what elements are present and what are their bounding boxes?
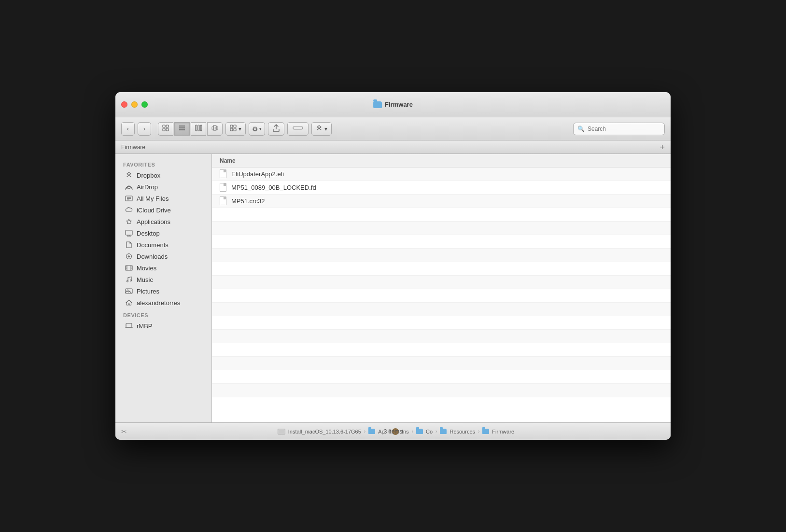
sidebar-item-dropbox[interactable]: Dropbox: [117, 169, 210, 181]
coverflow-view-button[interactable]: [207, 122, 223, 136]
list-view-button[interactable]: [174, 122, 190, 136]
svg-rect-3: [166, 128, 168, 131]
empty-row: [212, 357, 671, 370]
status-text: 3 items: [384, 428, 403, 435]
sidebar-item-label: All My Files: [137, 195, 168, 202]
devices-label: Devices: [115, 308, 211, 320]
svg-rect-8: [198, 125, 199, 131]
name-column-header: Name: [220, 157, 236, 164]
file-icon: [220, 183, 227, 193]
minimize-button[interactable]: [131, 101, 138, 108]
arrange-button[interactable]: ▾: [225, 122, 246, 136]
svg-rect-1: [166, 125, 168, 127]
file-list: Name EfiUpdaterApp2.efi MP51_0089_00B_LO…: [212, 154, 671, 422]
sidebar-item-airdrop[interactable]: AirDrop: [117, 181, 210, 193]
sidebar-item-label: Movies: [137, 265, 156, 272]
laptop-icon: [125, 322, 133, 330]
path-bar: Firmware +: [115, 140, 671, 154]
maximize-button[interactable]: [141, 101, 148, 108]
sidebar-item-label: Documents: [137, 241, 168, 249]
empty-row: [212, 249, 671, 262]
sidebar-item-music[interactable]: Music: [117, 274, 210, 285]
applications-icon: [125, 218, 133, 225]
breadcrumb-item[interactable]: Ins: [402, 429, 409, 434]
scissors-icon: ✂: [121, 428, 127, 435]
file-name: MP51.crc32: [231, 197, 265, 205]
file-icon: [220, 169, 227, 179]
search-bar[interactable]: 🔍: [573, 123, 665, 135]
forward-button[interactable]: ›: [138, 122, 151, 136]
tag-button[interactable]: [287, 122, 309, 136]
folder-icon: [368, 429, 375, 434]
window-title-area: Firmware: [373, 101, 413, 108]
add-folder-button[interactable]: +: [660, 143, 665, 152]
icon-view-icon: [162, 125, 169, 133]
sidebar-item-downloads[interactable]: Downloads: [117, 251, 210, 262]
breadcrumb-item[interactable]: Firmware: [492, 429, 514, 434]
empty-row: [212, 289, 671, 303]
back-button[interactable]: ‹: [121, 122, 135, 136]
breadcrumb-item[interactable]: Install_macOS_10.13.6-17G65: [288, 429, 361, 434]
sidebar-item-rmbp[interactable]: rMBP: [117, 320, 210, 332]
sidebar-item-all-my-files[interactable]: All My Files: [117, 193, 210, 204]
file-name: EfiUpdaterApp2.efi: [231, 170, 284, 178]
title-bar: Firmware: [115, 92, 671, 117]
dropbox-chevron: ▾: [324, 126, 327, 132]
svg-rect-15: [230, 128, 233, 131]
sidebar-item-label: iCloud Drive: [137, 207, 171, 214]
empty-row: [212, 235, 671, 249]
traffic-lights: [121, 101, 148, 108]
view-buttons: [158, 122, 223, 136]
action-chevron: ▾: [259, 126, 262, 131]
file-row[interactable]: MP51_0089_00B_LOCKED.fd: [212, 181, 671, 195]
file-icon: [220, 196, 227, 206]
breadcrumb-item[interactable]: Resources: [449, 429, 475, 434]
column-view-icon: [195, 125, 202, 133]
sidebar-item-icloud[interactable]: iCloud Drive: [117, 204, 210, 216]
sidebar-item-documents[interactable]: Documents: [117, 239, 210, 251]
toolbar: ‹ ›: [115, 117, 671, 140]
sidebar-item-movies[interactable]: Movies: [117, 262, 210, 274]
close-button[interactable]: [121, 101, 127, 108]
file-row[interactable]: MP51.crc32: [212, 195, 671, 208]
allfiles-icon: [125, 195, 133, 202]
action-button[interactable]: ⚙ ▾: [249, 122, 265, 136]
dropbox-icon: [125, 171, 133, 179]
svg-rect-28: [126, 266, 132, 270]
sidebar-item-desktop[interactable]: Desktop: [117, 227, 210, 239]
icon-view-button[interactable]: [158, 122, 173, 136]
svg-rect-13: [230, 125, 233, 127]
music-icon: [125, 276, 133, 283]
icloud-icon: [125, 206, 133, 214]
desktop-icon: [125, 229, 133, 237]
finder-window: Firmware ‹ ›: [115, 92, 671, 440]
tag-icon: [293, 125, 303, 133]
share-button[interactable]: [268, 122, 284, 136]
empty-row: [212, 303, 671, 316]
folder-icon: [440, 429, 447, 434]
dropbox-button[interactable]: ▾: [311, 122, 332, 136]
svg-rect-2: [163, 128, 165, 131]
svg-rect-23: [126, 230, 132, 235]
main-content: Favorites Dropbox AirDrop: [115, 154, 671, 422]
gear-icon: ⚙: [252, 125, 258, 133]
column-view-button[interactable]: [191, 122, 206, 136]
sidebar-item-home[interactable]: alexandretorres: [117, 297, 210, 308]
file-row[interactable]: EfiUpdaterApp2.efi: [212, 168, 671, 181]
breadcrumb-item[interactable]: Co: [426, 429, 433, 434]
documents-icon: [125, 241, 133, 249]
sidebar-item-label: Downloads: [137, 253, 168, 260]
sidebar-item-pictures[interactable]: Pictures: [117, 285, 210, 297]
separator: ›: [435, 429, 437, 434]
empty-row: [212, 343, 671, 357]
sidebar-item-applications[interactable]: Applications: [117, 216, 210, 227]
forward-icon: ›: [143, 125, 145, 132]
svg-point-36: [130, 280, 132, 281]
file-list-header: Name: [212, 154, 671, 168]
downloads-icon: [125, 252, 133, 260]
svg-rect-14: [234, 125, 236, 127]
search-input[interactable]: [588, 126, 660, 132]
sidebar-item-label: AirDrop: [137, 183, 158, 191]
separator: ›: [478, 429, 479, 434]
folder-icon: [482, 429, 489, 434]
